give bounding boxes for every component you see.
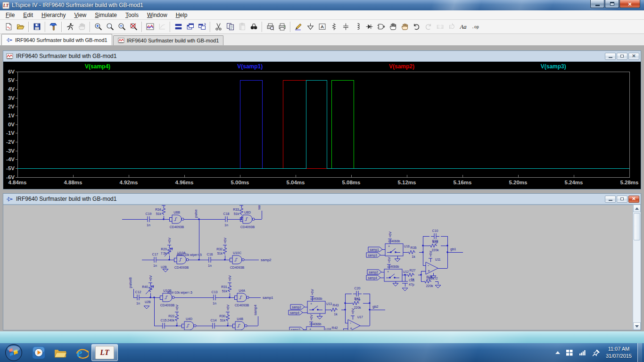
svg-text:E: E [437,24,440,30]
halt-button[interactable] [76,21,88,33]
tile-horizontal-button[interactable] [173,21,184,33]
waveform-minimize-button[interactable] [605,53,616,60]
menu-edit[interactable]: Edit [19,11,37,19]
svg-text:51k: 51k [220,319,226,322]
toolbar-separator [141,22,142,32]
run-button[interactable] [64,21,76,33]
svg-text:51k: 51k [156,212,162,215]
autorange-button[interactable] [156,21,168,33]
waveform-plot[interactable]: 6V5V4V3V2V1V0V-1V-2V-3V-4V-5V-6V4.84ms4.… [3,62,641,189]
svg-text:C18: C18 [223,212,230,215]
svg-text:R40: R40 [142,285,148,288]
zoom-out-button[interactable] [116,21,128,33]
print-preview-button[interactable] [264,21,276,33]
close-button[interactable]: × [619,0,640,8]
drag-button[interactable] [399,21,411,33]
taskbar-media-player-icon[interactable] [32,346,45,359]
print-button[interactable] [276,21,288,33]
open-button[interactable] [15,21,26,33]
svg-text:5.04ms: 5.04ms [286,180,305,185]
action-center-icon[interactable] [566,349,573,356]
start-button[interactable] [5,344,23,362]
svg-text:-4V: -4V [6,156,15,162]
control-panel-button[interactable] [48,21,59,33]
tile-vertical-button[interactable] [196,21,208,33]
svg-text:4.92ms: 4.92ms [119,180,138,185]
scroll-down-button[interactable] [633,322,641,330]
menu-window[interactable]: Window [143,11,172,19]
waveform-window-title: IRF9640 Surfmaster build wth GB-mod1 [16,53,116,59]
taskbar-ltspice-button[interactable]: LT [91,344,118,361]
svg-text:+6V: +6V [351,308,355,314]
place-inductor-button[interactable] [352,21,363,33]
show-hidden-icons-button[interactable] [555,351,560,354]
minimize-button[interactable] [590,0,604,8]
menu-help[interactable]: Help [172,11,192,19]
svg-text:5.00ms: 5.00ms [231,180,249,185]
svg-text:C14: C14 [211,319,217,322]
schematic-canvas[interactable]: U8BCD4093BU8DCD4093BU10ACD4093BU10CCD409… [3,205,633,330]
taskbar-clock[interactable]: 11:07 AM 31/07/2015 [606,346,632,360]
waveform-close-button[interactable]: ✕ [628,53,639,60]
place-diode-button[interactable] [363,21,375,33]
rotate-button[interactable]: E [446,21,458,33]
cascade-windows-button[interactable] [184,21,196,33]
svg-text:samp3: samp3 [368,254,377,257]
zoom-extents-button[interactable] [104,21,116,33]
svg-text:5.16ms: 5.16ms [453,180,471,185]
place-text-button[interactable]: Aa [458,21,470,33]
save-button[interactable] [31,21,43,33]
paste-button[interactable] [236,21,248,33]
schematic-minimize-button[interactable] [605,196,616,203]
tab-schematic[interactable]: IRF9640 Surfmaster build wth GB-mod1 [1,34,112,45]
taskbar-ie-icon[interactable]: e [75,346,89,359]
scrollbar-thumb[interactable] [634,213,640,240]
tab-waveform[interactable]: IRF9640 Surfmaster build wth GB-mod1 [113,35,224,45]
place-resistor-button[interactable] [328,21,340,33]
place-ground-button[interactable] [305,21,316,33]
spice-directive-button[interactable]: .op [470,21,481,33]
schematic-window-titlebar[interactable]: IRF9640 Surfmaster build wth GB-mod1 ✕ [3,194,641,205]
copy-button[interactable] [224,21,236,33]
place-capacitor-button[interactable] [340,21,352,33]
zoom-undo-button[interactable] [128,21,140,33]
pin-icon[interactable] [592,349,600,357]
place-label-button[interactable]: A [316,21,328,33]
menu-view[interactable]: View [70,11,91,19]
schematic-restore-button[interactable] [617,196,627,203]
new-schematic-button[interactable] [3,21,15,33]
svg-text:C10: C10 [432,229,438,232]
menu-file[interactable]: File [1,11,19,19]
schematic-vertical-scrollbar[interactable] [633,205,641,330]
svg-text:R42: R42 [332,326,338,329]
svg-text:samp2: samp2 [291,328,300,330]
place-component-button[interactable] [375,21,387,33]
show-desktop-button[interactable] [637,343,642,362]
draw-wire-button[interactable] [293,21,305,33]
waveform-window: IRF9640 Surfmaster build wth GB-mod1 ✕ 6… [3,50,641,189]
waveform-plot-area[interactable]: 6V5V4V3V2V1V0V-1V-2V-3V-4V-5V-6V4.84ms4.… [3,62,641,189]
schematic-close-button[interactable]: ✕ [628,196,639,203]
mirror-button[interactable]: EƎ [434,21,446,33]
plot-settings-button[interactable] [144,21,156,33]
menu-tools[interactable]: Tools [121,11,143,19]
move-button[interactable] [387,21,399,33]
waveform-restore-button[interactable] [617,53,627,60]
svg-text:U8D: U8D [244,211,251,214]
svg-text:U4A: U4A [239,289,245,292]
zoom-in-button[interactable] [92,21,104,33]
svg-text:CD4093B: CD4093B [160,304,175,307]
menu-hierarchy[interactable]: Hierarchy [37,11,70,19]
find-button[interactable] [248,21,260,33]
scroll-up-button[interactable] [633,205,641,212]
svg-text:U12: U12 [403,270,409,273]
taskbar-explorer-icon[interactable] [54,346,67,359]
menu-simulate[interactable]: Simulate [91,11,121,19]
waveform-window-titlebar[interactable]: IRF9640 Surfmaster build wth GB-mod1 ✕ [3,51,641,62]
svg-text:pulseB: pulseB [128,277,132,288]
redo-button[interactable] [422,21,434,33]
cut-button[interactable] [213,21,224,33]
undo-button[interactable] [411,21,422,33]
restore-button[interactable] [605,0,619,8]
network-icon[interactable] [579,349,586,356]
